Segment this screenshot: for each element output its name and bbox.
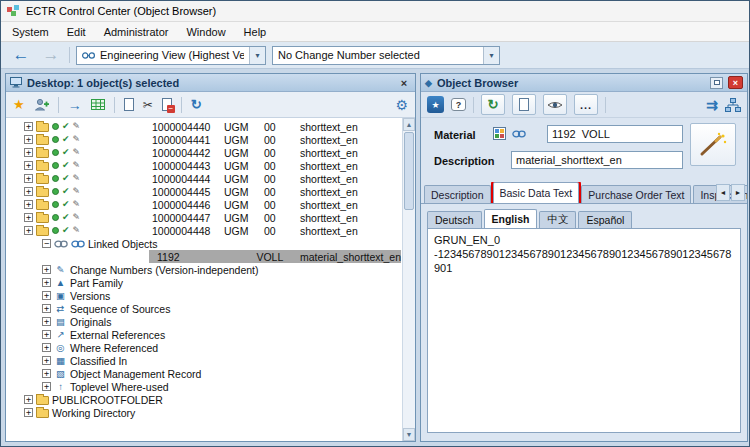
cut-icon[interactable]: ✂	[143, 99, 153, 111]
forward-button[interactable]: →	[39, 44, 63, 66]
tab-lang-chinese[interactable]: 中文	[539, 211, 576, 228]
tree-item-folder[interactable]: + PUBLICROOTFOLDER	[6, 393, 402, 406]
expand-icon[interactable]: +	[24, 408, 33, 417]
expand-icon[interactable]: +	[24, 226, 33, 235]
expand-icon[interactable]: +	[42, 382, 51, 391]
table-row[interactable]: + ✔ ✎ 1000004444 UGM 00 shorttext_en	[6, 172, 402, 185]
expand-icon[interactable]: +	[24, 148, 33, 157]
expand-icon[interactable]: +	[24, 395, 33, 404]
expand-icon[interactable]: +	[24, 135, 33, 144]
back-button[interactable]: ←	[9, 44, 33, 66]
menu-item[interactable]: Edit	[58, 24, 95, 40]
close-icon[interactable]: ×	[397, 76, 411, 89]
check-icon: ✔	[62, 135, 70, 144]
table-row[interactable]: + ✔ ✎ 1000004448 UGM 00 shorttext_en	[6, 224, 402, 237]
new-document-icon[interactable]	[124, 98, 134, 111]
chevron-down-icon[interactable]: ▾	[483, 47, 499, 64]
change-number-dropdown[interactable]: No Change Number selected ▾	[272, 46, 500, 65]
preview-button[interactable]	[543, 94, 567, 115]
add-user-icon[interactable]	[34, 98, 49, 111]
tree-item-folder[interactable]: + Working Directory	[6, 406, 402, 419]
menu-item[interactable]: System	[3, 24, 58, 40]
restore-panel-icon[interactable]	[710, 77, 723, 89]
table-row[interactable]: + ✔ ✎ 1000004443 UGM 00 shorttext_en	[6, 159, 402, 172]
menu-item[interactable]: Administrator	[95, 24, 178, 40]
table-row[interactable]: + ✔ ✎ 1000004445 UGM 00 shorttext_en	[6, 185, 402, 198]
material-grid-icon[interactable]	[493, 127, 506, 140]
expand-icon[interactable]: +	[42, 330, 51, 339]
folder-icon	[36, 409, 49, 418]
tab-basic-data-text[interactable]: Basic Data Text	[493, 182, 580, 203]
selection-highlight[interactable]: 1192 VOLL material_shorttext_en	[149, 250, 401, 263]
tree-item[interactable]: + ↗ External References	[6, 328, 402, 341]
tab-purchase-order-text[interactable]: Purchase Order Text	[581, 185, 691, 203]
expand-icon[interactable]: +	[24, 161, 33, 170]
table-row[interactable]: + ✔ ✎ 1000004446 UGM 00 shorttext_en	[6, 198, 402, 211]
expand-icon[interactable]: +	[42, 369, 51, 378]
expand-icon[interactable]: +	[24, 187, 33, 196]
expand-icon[interactable]: +	[24, 213, 33, 222]
forward-double-arrow-icon[interactable]: ⇉	[706, 98, 718, 112]
tree-item[interactable]: + ▲ Part Family	[6, 276, 402, 289]
sync-button[interactable]: ↻	[481, 94, 505, 115]
scrollbar-thumb[interactable]	[404, 132, 414, 210]
basic-data-text-area[interactable]: GRUN_EN_0 -12345678901234567890123456789…	[427, 228, 741, 433]
magic-wand-button[interactable]	[690, 123, 736, 166]
table-row[interactable]: + ✔ ✎ 1000004442 UGM 00 shorttext_en	[6, 146, 402, 159]
tree-item[interactable]: + ▤ Originals	[6, 315, 402, 328]
scroll-up-icon[interactable]: ▲	[403, 118, 415, 131]
scroll-down-icon[interactable]: ▼	[403, 428, 415, 441]
tree-item[interactable]: + ▧ Object Management Record	[6, 367, 402, 380]
expand-icon[interactable]: +	[42, 356, 51, 365]
close-icon[interactable]: ×	[728, 76, 743, 89]
tab-lang-english[interactable]: English	[484, 209, 538, 228]
expand-icon[interactable]: +	[42, 265, 51, 274]
hierarchy-icon[interactable]	[725, 98, 741, 112]
expand-icon[interactable]: +	[42, 291, 51, 300]
folder-icon	[36, 201, 49, 210]
expand-icon[interactable]: +	[24, 122, 33, 131]
expand-icon[interactable]: +	[24, 200, 33, 209]
expand-icon[interactable]: +	[42, 317, 51, 326]
remove-document-icon[interactable]: −	[162, 98, 172, 111]
expand-icon[interactable]: +	[24, 174, 33, 183]
collapse-icon[interactable]: −	[42, 239, 51, 248]
tab-lang-espanol[interactable]: Español	[578, 211, 632, 228]
tab-description[interactable]: Description	[424, 185, 491, 203]
link-icon[interactable]	[512, 130, 526, 138]
expand-icon[interactable]: +	[42, 278, 51, 287]
expand-icon[interactable]: +	[42, 304, 51, 313]
tree-item[interactable]: + ▣ Versions	[6, 289, 402, 302]
material-field[interactable]: 1192 VOLL	[547, 125, 683, 143]
chevron-down-icon[interactable]: ▾	[249, 47, 265, 64]
new-document-button[interactable]	[512, 94, 536, 115]
expand-icon[interactable]: +	[42, 343, 51, 352]
tab-lang-deutsch[interactable]: Deutsch	[427, 211, 482, 228]
refresh-icon[interactable]: ↻	[191, 98, 202, 111]
more-button[interactable]: ...	[574, 94, 598, 115]
table-row[interactable]: + ✔ ✎ 1000004441 UGM 00 shorttext_en	[6, 133, 402, 146]
help-bubble-icon[interactable]: ?	[451, 98, 466, 111]
settings-gear-icon[interactable]: ⚙	[395, 98, 408, 112]
view-dropdown[interactable]: Engineering View (Highest Version) ▾	[76, 46, 266, 65]
table-row[interactable]: + ✔ ✎ 1000004447 UGM 00 shorttext_en	[6, 211, 402, 224]
tree-item[interactable]: + ▦ Classified In	[6, 354, 402, 367]
navigator-icon[interactable]: ★	[427, 96, 444, 113]
tree-scrollbar[interactable]: ▲ ▼	[402, 118, 415, 441]
tree-item[interactable]: + ◎ Where Referenced	[6, 341, 402, 354]
table-row[interactable]: + ✔ ✎ 1000004440 UGM 00 shorttext_en	[6, 120, 402, 133]
transfer-arrow-icon[interactable]: →	[68, 98, 82, 112]
tree-item[interactable]: + ⇄ Sequence of Sources	[6, 302, 402, 315]
menu-item[interactable]: Window	[177, 24, 234, 40]
table-import-icon[interactable]	[91, 99, 105, 110]
description-field[interactable]: material_shorttext_en	[511, 151, 683, 169]
menu-item[interactable]: Help	[235, 24, 276, 40]
tree-item-linked-objects[interactable]: − Linked Objects	[6, 237, 402, 250]
selected-linked-object-row[interactable]: 1192 VOLL material_shorttext_en	[6, 250, 402, 263]
tree-item[interactable]: + ✎ Change Numbers (Version-independent)	[6, 263, 402, 276]
tree-item[interactable]: + ↑ Toplevel Where-used	[6, 380, 402, 393]
favorites-star-icon[interactable]: ★	[13, 98, 25, 111]
status-icon	[52, 188, 59, 195]
tab-scroll-left-icon[interactable]: ◄	[716, 184, 730, 201]
tab-scroll-right-icon[interactable]: ►	[731, 184, 745, 201]
